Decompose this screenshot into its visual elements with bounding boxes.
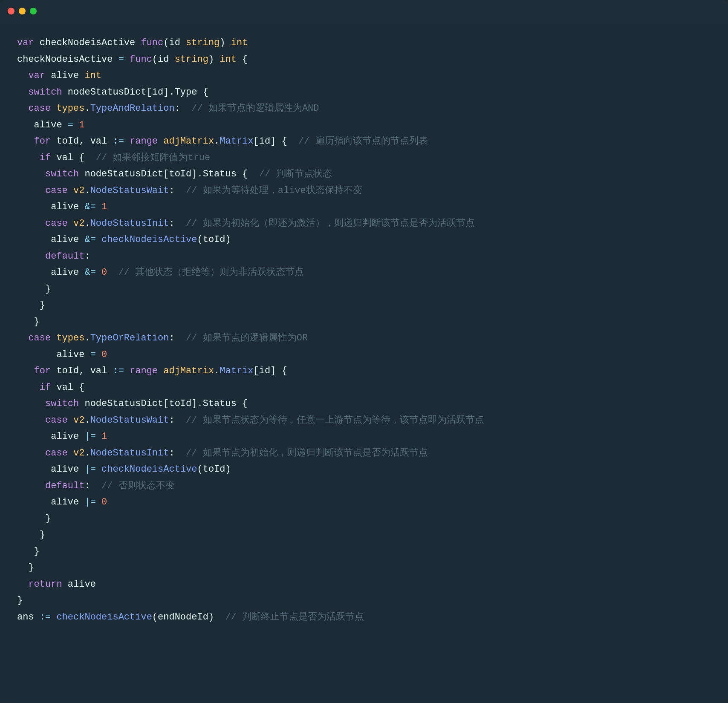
window: var checkNodeisActive func(id string) in… [0,0,728,703]
code-line: } [17,593,711,609]
code-line: alive &= checkNodeisActive(toId) [17,232,711,248]
code-line: for toId, val := range adjMatrix.Matrix[… [17,133,711,150]
code-line: alive &= 0 // 其他状态（拒绝等）则为非活跃状态节点 [17,265,711,281]
code-line: alive |= 0 [17,494,711,511]
code-line: } [17,281,711,298]
code-line: switch nodeStatusDict[toId].Status { // … [17,166,711,183]
code-editor[interactable]: var checkNodeisActive func(id string) in… [0,22,728,703]
code-line: alive |= checkNodeisActive(toId) [17,461,711,478]
code-line: for toId, val := range adjMatrix.Matrix[… [17,363,711,380]
code-line: case v2.NodeStatusWait: // 如果为等待处理，alive… [17,183,711,199]
code-line: checkNodeisActive = func(id string) int … [17,52,711,68]
code-line: case types.TypeOrRelation: // 如果节点的逻辑属性为… [17,330,711,347]
code-line: alive |= 1 [17,429,711,445]
code-line: } [17,560,711,576]
code-line: } [17,297,711,314]
maximize-button[interactable] [30,8,37,14]
minimize-button[interactable] [19,8,26,14]
close-button[interactable] [8,8,14,14]
code-line: alive = 0 [17,347,711,363]
code-line: alive &= 1 [17,199,711,216]
code-line: return alive [17,576,711,593]
code-line: switch nodeStatusDict[id].Type { [17,84,711,101]
code-line: var alive int [17,68,711,84]
code-line: var checkNodeisActive func(id string) in… [17,35,711,52]
code-line: } [17,511,711,527]
code-line: } [17,527,711,544]
code-line: } [17,544,711,560]
code-line: switch nodeStatusDict[toId].Status { [17,396,711,412]
code-line: default: // 否则状态不变 [17,478,711,495]
code-line: if val { // 如果邻接矩阵值为true [17,150,711,167]
title-bar [0,0,728,22]
code-line: default: [17,248,711,265]
code-line: alive = 1 [17,117,711,134]
code-line: case v2.NodeStatusWait: // 如果节点状态为等待，任意一… [17,412,711,429]
code-line: if val { [17,380,711,396]
code-line: case v2.NodeStatusInit: // 如果为初始化（即还为激活）… [17,216,711,232]
traffic-lights [8,8,37,14]
code-line: } [17,314,711,331]
code-line: case v2.NodeStatusInit: // 如果节点为初始化，则递归判… [17,445,711,462]
code-line: case types.TypeAndRelation: // 如果节点的逻辑属性… [17,101,711,117]
code-line: ans := checkNodeisActive(endNodeId) // 判… [17,609,711,626]
